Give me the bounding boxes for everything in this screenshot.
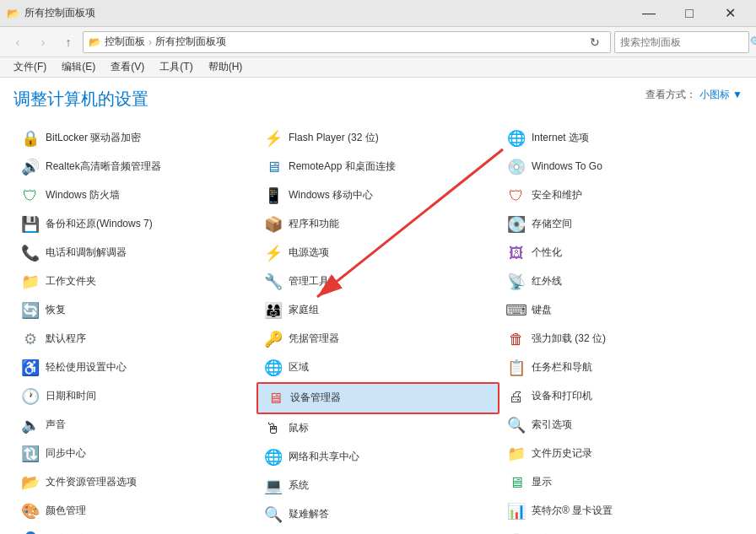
item-label: 程序和功能: [289, 218, 339, 231]
item-label: 设备管理器: [290, 391, 341, 405]
list-item[interactable]: 📡 红外线: [500, 267, 742, 296]
uninstall-icon: 🗑: [506, 329, 526, 349]
list-item[interactable]: 💾 备份和还原(Windows 7): [14, 210, 256, 239]
list-item[interactable]: 🎙 语音识别: [500, 526, 742, 534]
list-item[interactable]: 🛡 安全和维护: [500, 181, 742, 210]
address-bar: 📂 控制面板 › 所有控制面板项 ↻: [83, 31, 611, 53]
list-item[interactable]: 🔊 Realtek高清晰音频管理器: [14, 153, 256, 181]
search-icon: 🔍: [750, 36, 756, 48]
menu-help[interactable]: 帮助(H): [202, 58, 250, 76]
list-item[interactable]: 💽 存储空间: [500, 210, 742, 239]
list-item[interactable]: 🌐 网络和共享中心: [256, 443, 500, 472]
list-item[interactable]: 🔒 BitLocker 驱动器加密: [14, 124, 256, 153]
back-button[interactable]: ‹: [7, 31, 29, 53]
menu-view[interactable]: 查看(V): [104, 58, 151, 76]
search-box: 🔍: [614, 31, 749, 53]
list-item[interactable]: 🔑 凭据管理器: [256, 325, 500, 353]
item-label: 疑难解答: [289, 508, 329, 521]
backup-icon: 💾: [20, 214, 40, 235]
list-item[interactable]: 📦 程序和功能: [256, 210, 500, 239]
list-item[interactable]: 🗑 强力卸载 (32 位): [500, 325, 742, 353]
view-value-link[interactable]: 小图标 ▼: [699, 88, 742, 102]
color-icon: 🎨: [20, 501, 40, 521]
title-bar-title: 所有控制面板项: [24, 6, 95, 20]
list-item[interactable]: 📁 工作文件夹: [14, 267, 256, 296]
item-label: 恢复: [46, 304, 66, 317]
list-item[interactable]: 💻 系统: [256, 472, 500, 500]
list-item[interactable]: ♿ 轻松使用设置中心: [14, 353, 256, 382]
list-item[interactable]: 🔍 疑难解答: [256, 500, 500, 529]
breadcrumb: 控制面板 › 所有控制面板项: [105, 35, 581, 49]
list-item[interactable]: 🖨 设备和打印机: [500, 382, 742, 411]
list-item[interactable]: 🛡 Windows 防火墙: [14, 181, 256, 210]
list-item[interactable]: 🔈 声音: [14, 411, 256, 440]
item-label: 文件资源管理器选项: [46, 476, 137, 489]
filehist-icon: 📁: [506, 444, 526, 464]
list-item[interactable]: 📁 文件历史记录: [500, 440, 742, 468]
list-item[interactable]: 🖥 RemoteApp 和桌面连接: [256, 153, 500, 181]
minimize-button[interactable]: —: [629, 0, 668, 27]
intel-icon: 📊: [506, 501, 526, 521]
breadcrumb-current[interactable]: 所有控制面板项: [155, 35, 226, 49]
list-item[interactable]: 🌐 区域: [256, 353, 500, 382]
list-item[interactable]: 👤 用户帐户: [14, 526, 256, 534]
list-item[interactable]: 🌍 语言: [256, 529, 500, 534]
item-label: 显示: [532, 476, 552, 489]
mobile-icon: 📱: [263, 186, 284, 206]
firewall-icon: 🛡: [20, 186, 40, 206]
item-label: 键盘: [532, 304, 552, 317]
list-item[interactable]: ⌨ 键盘: [500, 296, 742, 325]
list-item[interactable]: 🔃 同步中心: [14, 440, 256, 468]
menu-tools[interactable]: 工具(T): [153, 58, 199, 76]
list-item[interactable]: 👨‍👩‍👧 家庭组: [256, 296, 500, 325]
breadcrumb-home[interactable]: 控制面板: [105, 35, 145, 49]
menu-edit[interactable]: 编辑(E): [55, 58, 102, 76]
list-item[interactable]: 🔧 管理工具: [256, 267, 500, 296]
title-bar-left: 📂 所有控制面板项: [7, 6, 95, 20]
list-item[interactable]: 🕐 日期和时间: [14, 382, 256, 411]
item-label: Internet 选项: [532, 132, 589, 145]
item-label: 声音: [46, 418, 66, 432]
list-item[interactable]: ⚡ Flash Player (32 位): [256, 124, 500, 153]
refresh-button[interactable]: ↻: [585, 32, 605, 52]
list-item[interactable]: 📞 电话和调制解调器: [14, 239, 256, 267]
bitlocker-icon: 🔒: [20, 128, 40, 148]
phone-icon: 📞: [20, 243, 40, 263]
devprint-icon: 🖨: [506, 386, 526, 407]
system-icon: 💻: [263, 476, 284, 496]
up-button[interactable]: ↑: [57, 31, 79, 53]
easy-icon: ♿: [20, 358, 40, 378]
list-item[interactable]: 📂 文件资源管理器选项: [14, 468, 256, 497]
list-item[interactable]: 🔄 恢复: [14, 296, 256, 325]
menu-file[interactable]: 文件(F): [7, 58, 53, 76]
item-label: 工作文件夹: [46, 275, 96, 289]
page-title: 调整计算机的设置: [14, 88, 148, 111]
work-icon: 📁: [20, 272, 40, 292]
maximize-button[interactable]: □: [670, 0, 709, 27]
item-label: 索引选项: [532, 418, 572, 432]
list-item[interactable]: 📋 任务栏和导航: [500, 353, 742, 382]
list-item[interactable]: 📱 Windows 移动中心: [256, 181, 500, 210]
list-item[interactable]: 🔍 索引选项: [500, 411, 742, 440]
item-label: 文件历史记录: [532, 447, 592, 461]
close-button[interactable]: ✕: [710, 0, 749, 27]
list-item[interactable]: 🖱 鼠标: [256, 414, 500, 443]
list-item[interactable]: 🎨 颜色管理: [14, 497, 256, 526]
remote-icon: 🖥: [263, 157, 284, 177]
item-label: 任务栏和导航: [532, 361, 592, 375]
search-input[interactable]: [620, 36, 747, 48]
device-manager-item[interactable]: 🖥 设备管理器: [256, 382, 500, 414]
list-item[interactable]: ⚙ 默认程序: [14, 325, 256, 353]
voice-icon: 🎙: [506, 530, 526, 534]
list-item[interactable]: 🖼 个性化: [500, 239, 742, 267]
title-bar-icon: 📂: [7, 8, 19, 19]
item-label: 电源选项: [289, 246, 329, 260]
mouse-icon: 🖱: [263, 418, 284, 439]
list-item[interactable]: 🖥 显示: [500, 468, 742, 497]
list-item[interactable]: 💿 Windows To Go: [500, 153, 742, 181]
device-icon: 🖥: [265, 388, 285, 408]
forward-button[interactable]: ›: [32, 31, 54, 53]
list-item[interactable]: 🌐 Internet 选项: [500, 124, 742, 153]
list-item[interactable]: 📊 英特尔® 显卡设置: [500, 497, 742, 526]
list-item[interactable]: ⚡ 电源选项: [256, 239, 500, 267]
